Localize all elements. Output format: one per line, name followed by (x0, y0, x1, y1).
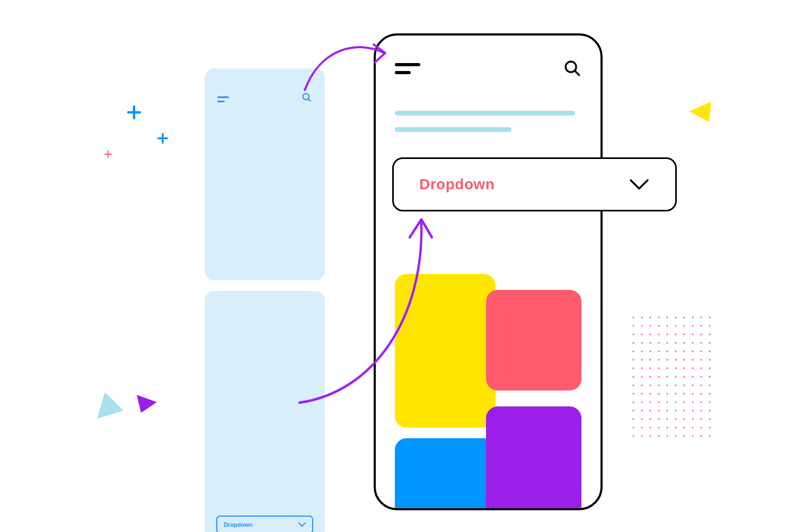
svg-point-29 (683, 333, 685, 335)
tile-blue[interactable] (395, 438, 496, 510)
svg-point-108 (675, 401, 676, 403)
svg-point-6 (658, 316, 659, 318)
svg-point-112 (709, 401, 710, 403)
svg-point-27 (666, 333, 668, 335)
svg-point-100 (692, 393, 693, 394)
svg-point-135 (649, 427, 651, 428)
svg-point-61 (700, 359, 702, 360)
svg-point-114 (641, 410, 642, 411)
svg-point-28 (675, 333, 676, 335)
svg-point-128 (675, 418, 676, 420)
svg-point-109 (683, 401, 685, 403)
svg-point-71 (700, 367, 702, 369)
svg-point-10 (692, 316, 693, 318)
svg-point-150 (692, 435, 693, 437)
svg-point-8 (675, 316, 676, 318)
svg-point-37 (666, 342, 668, 343)
svg-point-81 (700, 376, 702, 377)
svg-point-152 (709, 435, 710, 437)
search-icon[interactable] (563, 59, 581, 77)
svg-point-78 (675, 376, 676, 377)
menu-icon[interactable] (395, 63, 420, 74)
svg-point-92 (709, 384, 710, 386)
svg-point-22 (709, 325, 710, 326)
svg-point-110 (692, 401, 693, 403)
svg-point-143 (632, 435, 634, 437)
svg-point-70 (692, 367, 693, 369)
svg-point-144 (641, 435, 642, 437)
svg-point-75 (649, 376, 651, 377)
svg-point-50 (692, 350, 693, 352)
triangle-icon (94, 389, 126, 421)
svg-point-125 (649, 418, 651, 420)
svg-point-53 (632, 359, 634, 360)
svg-point-132 (709, 418, 710, 420)
svg-point-39 (683, 342, 685, 343)
svg-point-147 (666, 435, 668, 437)
svg-point-68 (675, 367, 676, 369)
svg-point-3 (632, 316, 634, 318)
svg-point-46 (658, 350, 659, 352)
dropdown-label: Dropdown (224, 521, 252, 528)
plus-icon (104, 150, 112, 158)
svg-point-4 (641, 316, 642, 318)
svg-point-25 (649, 333, 651, 335)
svg-point-20 (692, 325, 693, 326)
svg-point-44 (641, 350, 642, 352)
svg-point-89 (683, 384, 685, 386)
svg-point-120 (692, 410, 693, 411)
svg-point-49 (683, 350, 685, 352)
svg-point-88 (675, 384, 676, 386)
triangle-icon (689, 102, 711, 124)
svg-point-107 (666, 401, 668, 403)
svg-point-57 (666, 359, 668, 360)
svg-point-77 (666, 376, 668, 377)
svg-point-111 (700, 401, 702, 403)
plus-icon (157, 133, 168, 144)
svg-point-146 (658, 435, 659, 437)
svg-point-55 (649, 359, 651, 360)
svg-point-131 (700, 418, 702, 420)
svg-marker-2 (689, 102, 711, 122)
tile-red[interactable] (486, 290, 581, 391)
svg-point-151 (700, 435, 702, 437)
arrow-icon (294, 212, 437, 413)
svg-point-12 (709, 316, 710, 318)
svg-point-138 (675, 427, 676, 428)
svg-point-23 (632, 333, 634, 335)
dropdown-select[interactable]: Dropdown (216, 516, 313, 532)
svg-point-97 (666, 393, 668, 394)
dropdown-select[interactable]: Dropdown (392, 157, 677, 211)
svg-point-33 (632, 342, 634, 343)
dot-pattern (632, 316, 711, 443)
svg-point-69 (683, 367, 685, 369)
svg-point-42 (709, 342, 710, 343)
dropdown-label: Dropdown (419, 176, 494, 193)
svg-point-80 (692, 376, 693, 377)
svg-point-102 (709, 393, 710, 394)
svg-point-149 (683, 435, 685, 437)
svg-point-17 (666, 325, 668, 326)
svg-point-34 (641, 342, 642, 343)
svg-line-156 (575, 71, 579, 75)
svg-point-115 (649, 410, 651, 411)
menu-icon[interactable] (217, 96, 229, 102)
tile-purple[interactable] (486, 406, 581, 510)
svg-point-130 (692, 418, 693, 420)
svg-point-145 (649, 435, 651, 437)
svg-point-41 (700, 342, 702, 343)
svg-point-86 (658, 384, 659, 386)
svg-point-104 (641, 401, 642, 403)
svg-point-79 (683, 376, 685, 377)
svg-point-124 (641, 418, 642, 420)
svg-point-73 (632, 376, 634, 377)
plus-icon (127, 105, 141, 119)
svg-point-123 (632, 418, 634, 420)
svg-point-105 (649, 401, 651, 403)
svg-point-98 (675, 393, 676, 394)
svg-point-51 (700, 350, 702, 352)
svg-point-45 (649, 350, 651, 352)
text-placeholder (395, 111, 581, 132)
svg-point-82 (709, 376, 710, 377)
svg-point-26 (658, 333, 659, 335)
